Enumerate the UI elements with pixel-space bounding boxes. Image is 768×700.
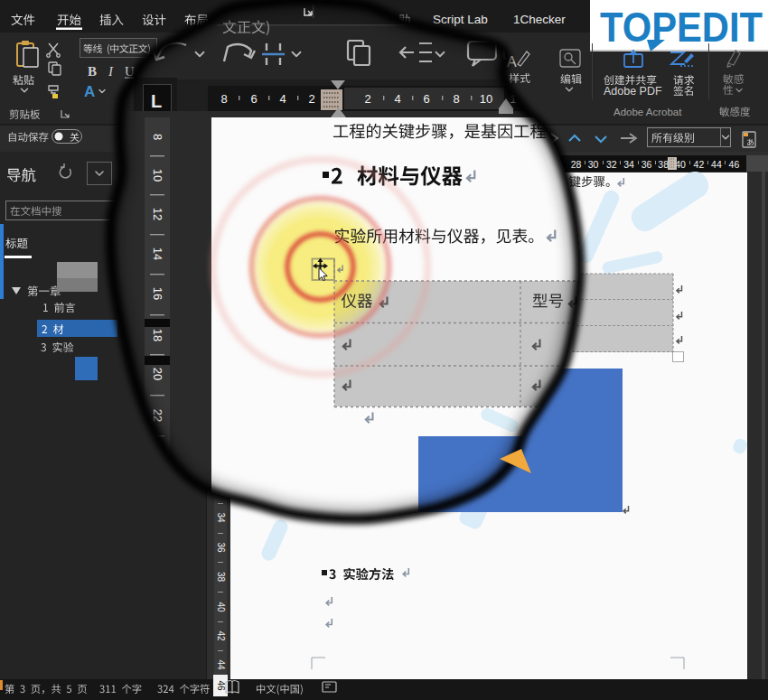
svg-text:38: 38 bbox=[658, 159, 669, 170]
svg-text:10: 10 bbox=[480, 92, 492, 106]
svg-text:34: 34 bbox=[216, 512, 226, 523]
svg-text:42: 42 bbox=[216, 630, 226, 641]
svg-text:Script Lab: Script Lab bbox=[433, 13, 488, 26]
svg-text:2: 2 bbox=[308, 92, 314, 106]
svg-text:46: 46 bbox=[729, 159, 740, 170]
svg-text:28: 28 bbox=[571, 159, 582, 170]
svg-text:14: 14 bbox=[151, 247, 164, 260]
svg-text:30: 30 bbox=[588, 159, 599, 170]
svg-text:34: 34 bbox=[623, 159, 634, 170]
svg-text:40: 40 bbox=[216, 602, 226, 612]
svg-text:Adobe Acrobat: Adobe Acrobat bbox=[613, 107, 682, 117]
svg-text:TOPEDIT: TOPEDIT bbox=[600, 3, 763, 51]
svg-text:L: L bbox=[151, 91, 162, 111]
svg-text:8: 8 bbox=[151, 134, 164, 140]
svg-text:6: 6 bbox=[250, 92, 257, 106]
svg-text:B: B bbox=[88, 64, 97, 79]
svg-text:A: A bbox=[507, 54, 517, 70]
svg-text:10: 10 bbox=[151, 169, 164, 182]
svg-text:18: 18 bbox=[151, 329, 164, 341]
svg-text:4: 4 bbox=[394, 92, 400, 106]
svg-text:36: 36 bbox=[216, 542, 226, 553]
svg-text:U: U bbox=[125, 64, 135, 79]
svg-text:6: 6 bbox=[423, 92, 429, 106]
svg-text:38: 38 bbox=[216, 572, 226, 583]
svg-text:36: 36 bbox=[642, 159, 652, 170]
svg-text:I: I bbox=[108, 64, 114, 79]
svg-text:16: 16 bbox=[151, 287, 164, 300]
svg-text:44: 44 bbox=[711, 159, 722, 170]
svg-text:32: 32 bbox=[606, 159, 617, 170]
svg-text:22: 22 bbox=[151, 409, 164, 422]
svg-text:Adobe PDF: Adobe PDF bbox=[604, 85, 662, 98]
svg-text:2: 2 bbox=[364, 92, 370, 106]
svg-text:20: 20 bbox=[151, 368, 164, 380]
svg-text:8: 8 bbox=[220, 92, 227, 106]
svg-text:44: 44 bbox=[216, 659, 226, 670]
svg-text:A: A bbox=[84, 83, 95, 100]
svg-text:42: 42 bbox=[694, 159, 705, 170]
svg-text:8: 8 bbox=[453, 92, 459, 106]
svg-text:12: 12 bbox=[151, 208, 164, 220]
svg-text:4: 4 bbox=[279, 92, 286, 106]
svg-text:46: 46 bbox=[216, 680, 226, 691]
svg-text:1Checker: 1Checker bbox=[513, 13, 566, 26]
